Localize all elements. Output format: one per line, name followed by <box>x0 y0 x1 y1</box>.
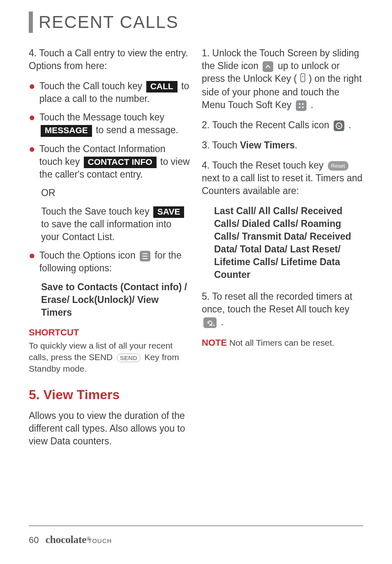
brand-name: chocolate <box>45 534 86 546</box>
bullet-options: ● Touch the Options icon for the followi… <box>29 249 190 275</box>
svg-rect-0 <box>301 74 305 82</box>
right-step-3: 3. Touch View Timers. <box>202 139 363 152</box>
page-footer: 60 chocolate® TOUCH <box>29 525 363 546</box>
svg-point-1 <box>302 76 303 77</box>
bullet-options-content: Touch the Options icon for the following… <box>39 249 190 275</box>
s1-end: . <box>311 99 313 110</box>
note-block: NOTE Not all Timers can be reset. <box>202 337 363 349</box>
s4-pre: 4. Touch the Reset touch key <box>202 160 326 171</box>
s3-end: . <box>295 140 297 150</box>
save-block: Touch the Save touch key SAVE to save th… <box>41 205 190 243</box>
reset-all-icon[interactable]: ALL <box>203 317 217 328</box>
reset-key[interactable]: Reset <box>328 161 348 171</box>
s3-bold: View Timers <box>240 140 295 150</box>
bullet-save-pre: Touch the Save touch key <box>41 206 152 217</box>
right-step-2: 2. Touch the Recent Calls icon . <box>202 119 363 132</box>
s2-pre: 2. Touch the Recent Calls icon <box>202 120 332 130</box>
bullet-dot-icon: ● <box>29 143 35 181</box>
save-key[interactable]: SAVE <box>153 206 184 218</box>
bullet-save-post: to save the call information into your C… <box>41 219 171 242</box>
content-columns: 4. Touch a Call entry to view the entry.… <box>29 47 363 448</box>
note-heading: NOTE <box>202 337 227 348</box>
call-key[interactable]: CALL <box>146 81 178 92</box>
s5-pre: 5. To reset all the recorded timers at o… <box>202 291 352 314</box>
bullet-call: ● Touch the Call touch key CALL to place… <box>29 80 190 105</box>
bullet-opt-pre: Touch the Options icon <box>39 250 138 261</box>
svg-point-3 <box>302 103 304 105</box>
s3-pre: 3. Touch <box>202 140 240 150</box>
brand-block: chocolate® TOUCH <box>45 534 112 546</box>
menu-soft-key-icon[interactable] <box>296 100 307 111</box>
bullet-call-pre: Touch the Call touch key <box>39 81 145 91</box>
bullet-message-content: Touch the Message touch key MESSAGE to s… <box>39 111 190 136</box>
note-body: Not all Timers can be reset. <box>227 338 334 347</box>
page-title: RECENT CALLS <box>39 12 179 33</box>
section-5-body: Allows you to view the duration of the d… <box>29 409 190 448</box>
bullet-contact-info-content: Touch the Contact Information touch key … <box>39 143 190 181</box>
right-step-4: 4. Touch the Reset touch key Reset next … <box>202 159 363 197</box>
right-column: 1. Unlock the Touch Screen by sliding th… <box>202 47 363 448</box>
svg-point-2 <box>299 103 300 105</box>
right-step-1: 1. Unlock the Touch Screen by sliding th… <box>202 47 363 111</box>
brand-sub: TOUCH <box>88 537 112 544</box>
svg-point-6 <box>336 123 342 129</box>
title-accent-bar <box>29 12 33 33</box>
bullet-dot-icon: ● <box>29 112 35 136</box>
footer-row: 60 chocolate® TOUCH <box>29 534 363 546</box>
footer-divider <box>29 525 363 526</box>
right-step-5: 5. To reset all the recorded timers at o… <box>202 290 363 328</box>
bullet-contact-info: ● Touch the Contact Information touch ke… <box>29 143 190 181</box>
send-key-icon[interactable]: SEND <box>117 354 141 363</box>
message-key[interactable]: MESSAGE <box>41 125 92 136</box>
s5-end: . <box>221 317 223 327</box>
left-column: 4. Touch a Call entry to view the entry.… <box>29 47 190 448</box>
bullet-message-post: to send a message. <box>96 125 178 135</box>
bullet-dot-icon: ● <box>29 81 35 105</box>
bullet-message: ● Touch the Message touch key MESSAGE to… <box>29 111 190 136</box>
bullet-dot-icon: ● <box>29 250 35 275</box>
left-step-4: 4. Touch a Call entry to view the entry.… <box>29 47 190 72</box>
unlock-key-icon[interactable] <box>300 73 305 86</box>
options-list: Save to Contacts (Contact info) / Erase/… <box>41 281 190 319</box>
bullet-message-pre: Touch the Message touch key <box>39 112 164 123</box>
options-icon[interactable] <box>140 251 150 261</box>
contact-info-key[interactable]: CONTACT INFO <box>84 157 157 168</box>
svg-point-4 <box>299 106 300 108</box>
svg-point-5 <box>302 106 304 108</box>
recent-calls-icon[interactable] <box>334 120 344 131</box>
slide-up-icon[interactable] <box>263 61 273 72</box>
section-5-title: 5. View Timers <box>29 386 190 404</box>
bullet-call-content: Touch the Call touch key CALL to place a… <box>39 80 190 105</box>
page-number: 60 <box>29 535 39 546</box>
s4-post: next to a call list to reset it. Timers … <box>202 173 362 196</box>
shortcut-body: To quickly view a list of all your recen… <box>29 340 190 374</box>
page-title-block: RECENT CALLS <box>29 12 363 33</box>
timers-list: Last Call/ All Calls/ Received Calls/ Di… <box>214 205 363 281</box>
s2-end: . <box>348 120 351 130</box>
shortcut-heading: SHORTCUT <box>29 326 190 339</box>
or-label: OR <box>41 187 190 199</box>
